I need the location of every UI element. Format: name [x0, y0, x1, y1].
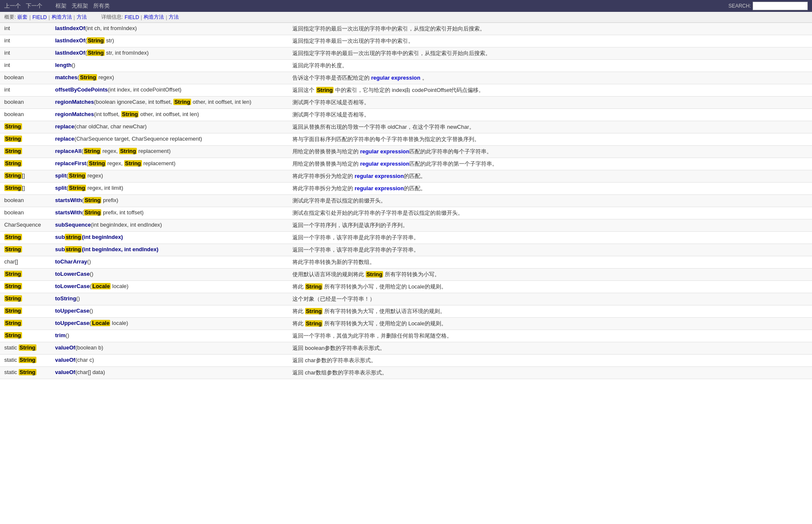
- method-signature[interactable]: replaceFirst(String regex, String replac…: [51, 158, 288, 170]
- method-signature[interactable]: valueOf(boolean b): [51, 342, 288, 355]
- method2-link[interactable]: 方法: [169, 14, 179, 21]
- method-description: 返回一个字符串，该字符串是此字符串的子字符串。: [288, 232, 812, 244]
- top-nav: 上一个 下一个 框架 无框架 所有类 SEARCH:: [0, 0, 812, 12]
- table-row: booleanmatches(String regex)告诉这个字符串是否匹配给…: [0, 72, 812, 84]
- method-signature[interactable]: toUpperCase(): [51, 305, 288, 318]
- method-signature[interactable]: replace(char oldChar, char newChar): [51, 121, 288, 133]
- return-type: char[]: [0, 256, 51, 269]
- constructor-link[interactable]: 构造方法: [52, 14, 72, 21]
- constructor2-link[interactable]: 构造方法: [144, 14, 164, 21]
- method-signature[interactable]: lastIndexOf(String str): [51, 35, 288, 47]
- method-description: 用给定的替换替换与给定的 regular expression匹配的此字符串的每…: [288, 146, 812, 158]
- method-description: 返回从替换所有出现的导致一个字符串 oldChar，在这个字符串 newChar…: [288, 121, 812, 133]
- method-signature[interactable]: toLowerCase(): [51, 269, 288, 281]
- method-signature[interactable]: toString(): [51, 293, 288, 305]
- return-type: int: [0, 35, 51, 47]
- table-row: intlastIndexOf(String str)返回指定字符串最后一次出现的…: [0, 35, 812, 47]
- method-signature[interactable]: subSequence(int beginIndex, int endIndex…: [51, 219, 288, 232]
- search-label: SEARCH:: [729, 3, 751, 9]
- method-signature[interactable]: offsetByCodePoints(int index, int codePo…: [51, 84, 288, 97]
- method-description: 返回一个字符串，该字符串是此字符串的子字符串。: [288, 244, 812, 256]
- table-row: booleanregionMatches(boolean ignoreCase,…: [0, 97, 812, 109]
- return-type: String: [0, 121, 51, 133]
- table-row: booleanregionMatches(int toffset, String…: [0, 109, 812, 121]
- nav-next[interactable]: 下一个: [26, 2, 42, 10]
- table-row: StringtoLowerCase()使用默认语言环境的规则将此 String …: [0, 269, 812, 281]
- method-signature[interactable]: startsWith(String prefix): [51, 195, 288, 207]
- return-type: int: [0, 47, 51, 60]
- method-signature[interactable]: valueOf(char c): [51, 355, 288, 367]
- table-row: static StringvalueOf(char c)返回 char参数的字符…: [0, 355, 812, 367]
- return-type: boolean: [0, 195, 51, 207]
- method-signature[interactable]: toCharArray(): [51, 256, 288, 269]
- method-description: 将此 String 所有字符转换为大写，使用给定的 Locale的规则。: [288, 318, 812, 330]
- search-input[interactable]: [753, 2, 808, 10]
- method-description: 测试两个字符串区域是否相等。: [288, 109, 812, 121]
- method-signature[interactable]: split(String regex): [51, 170, 288, 183]
- table-row: StringtoUpperCase()将此 String 所有字符转换为大写，使…: [0, 305, 812, 318]
- method-signature[interactable]: lastIndexOf(String str, int fromIndex): [51, 47, 288, 60]
- method-signature[interactable]: regionMatches(int toffset, String other,…: [51, 109, 288, 121]
- return-type: String: [0, 158, 51, 170]
- table-row: intlastIndexOf(int ch, int fromIndex)返回指…: [0, 23, 812, 35]
- method-description: 将此 String 所有字符转换为大写，使用默认语言环境的规则。: [288, 305, 812, 318]
- method-signature[interactable]: valueOf(char[] data): [51, 367, 288, 379]
- return-type: String: [0, 293, 51, 305]
- method-link[interactable]: 方法: [77, 14, 87, 21]
- method-signature[interactable]: lastIndexOf(int ch, int fromIndex): [51, 23, 288, 35]
- field2-link[interactable]: FIELD: [125, 14, 139, 20]
- nav-frame[interactable]: 框架: [56, 2, 67, 10]
- return-type: String: [0, 281, 51, 293]
- field-link[interactable]: FIELD: [32, 14, 47, 20]
- method-description: 返回 char参数的字符串表示形式。: [288, 355, 812, 367]
- return-type: String[]: [0, 170, 51, 183]
- method-description: 返回 char数组参数的字符串表示形式。: [288, 367, 812, 379]
- method-signature[interactable]: trim(): [51, 330, 288, 342]
- table-row: StringtoUpperCase(Locale locale)将此 Strin…: [0, 318, 812, 330]
- nav-prev[interactable]: 上一个: [4, 2, 21, 10]
- return-type: String: [0, 318, 51, 330]
- method-signature[interactable]: toUpperCase(Locale locale): [51, 318, 288, 330]
- return-type: static String: [0, 342, 51, 355]
- method-signature[interactable]: toLowerCase(Locale locale): [51, 281, 288, 293]
- return-type: int: [0, 60, 51, 72]
- method-signature[interactable]: split(String regex, int limit): [51, 183, 288, 195]
- method-description: 返回一个字符序列，该序列是该序列的子序列。: [288, 219, 812, 232]
- nested-link[interactable]: 嵌套: [17, 14, 28, 21]
- table-row: String[]split(String regex, int limit)将此…: [0, 183, 812, 195]
- return-type: String: [0, 330, 51, 342]
- return-type: String[]: [0, 183, 51, 195]
- method-description: 这个对象（已经是一个字符串！）: [288, 293, 812, 305]
- return-type: int: [0, 84, 51, 97]
- table-row: static StringvalueOf(boolean b)返回 boolea…: [0, 342, 812, 355]
- method-description: 将此字符串拆分为给定的 regular expression的匹配。: [288, 183, 812, 195]
- return-type: boolean: [0, 109, 51, 121]
- table-row: intlength()返回此字符串的长度。: [0, 60, 812, 72]
- method-description: 返回指定字符串最后一次出现的字符串中的索引。: [288, 35, 812, 47]
- table-row: StringtoLowerCase(Locale locale)将此 Strin…: [0, 281, 812, 293]
- method-signature[interactable]: length(): [51, 60, 288, 72]
- method-signature[interactable]: startsWith(String prefix, int toffset): [51, 207, 288, 219]
- return-type: boolean: [0, 207, 51, 219]
- method-description: 将此字符串转换为新的字符数组。: [288, 256, 812, 269]
- return-type: String: [0, 146, 51, 158]
- detail-label: 详细信息:: [101, 14, 123, 21]
- method-signature[interactable]: replace(CharSequence target, CharSequenc…: [51, 133, 288, 146]
- table-row: booleanstartsWith(String prefix, int tof…: [0, 207, 812, 219]
- return-type: String: [0, 232, 51, 244]
- method-description: 返回一个字符串，其值为此字符串，并删除任何前导和尾随空格。: [288, 330, 812, 342]
- method-signature[interactable]: replaceAll(String regex, String replacem…: [51, 146, 288, 158]
- method-description: 测试此字符串是否以指定的前缀开头。: [288, 195, 812, 207]
- return-type: boolean: [0, 97, 51, 109]
- return-type: String: [0, 269, 51, 281]
- method-signature[interactable]: substring(int beginIndex, int endIndex): [51, 244, 288, 256]
- method-signature[interactable]: substring(int beginIndex): [51, 232, 288, 244]
- nav-noframe[interactable]: 无框架: [72, 2, 88, 10]
- nav-all[interactable]: 所有类: [93, 2, 110, 10]
- return-type: static String: [0, 355, 51, 367]
- method-signature[interactable]: regionMatches(boolean ignoreCase, int to…: [51, 97, 288, 109]
- method-signature[interactable]: matches(String regex): [51, 72, 288, 84]
- table-row: Stringsubstring(int beginIndex, int endI…: [0, 244, 812, 256]
- table-row: Stringsubstring(int beginIndex)返回一个字符串，该…: [0, 232, 812, 244]
- nav-sep1: [47, 3, 50, 9]
